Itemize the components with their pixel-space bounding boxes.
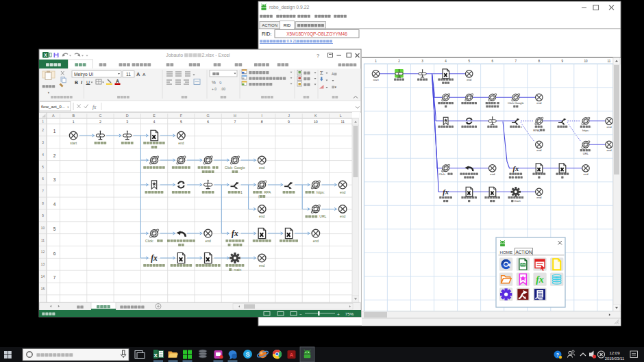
svg-text:end: end xyxy=(536,196,542,199)
svg-text:75%: 75% xyxy=(345,311,354,316)
svg-text:11: 11 xyxy=(340,120,344,124)
svg-text:RID:: RID: xyxy=(262,31,271,37)
svg-text:7: 7 xyxy=(234,120,236,124)
svg-text:3: 3 xyxy=(53,177,56,182)
svg-text:10: 10 xyxy=(41,227,45,230)
svg-text:A: A xyxy=(290,352,294,358)
svg-text:fx: fx xyxy=(92,104,97,110)
svg-text:2: 2 xyxy=(53,153,56,158)
svg-text:12: 12 xyxy=(41,250,45,254)
svg-text:E: E xyxy=(153,114,156,118)
svg-text:end: end xyxy=(607,148,612,152)
svg-text:?: ? xyxy=(556,352,559,357)
svg-text::: : xyxy=(591,125,591,129)
svg-text:5: 5 xyxy=(42,166,44,169)
svg-text::0.9.21: :0.9.21 xyxy=(286,39,297,43)
svg-text:A: A xyxy=(52,114,55,118)
svg-text::: : xyxy=(210,166,211,170)
svg-text:https:: https: xyxy=(582,129,589,132)
svg-text:14: 14 xyxy=(41,275,45,279)
svg-text:flow_act_0...: flow_act_0... xyxy=(41,104,65,109)
svg-text:robo_design 0.9.22: robo_design 0.9.22 xyxy=(269,5,309,10)
svg-text:?: ? xyxy=(317,53,319,59)
svg-text:7: 7 xyxy=(53,275,56,280)
svg-text:end: end xyxy=(340,214,346,218)
svg-text:+: + xyxy=(337,312,340,317)
svg-text:end: end xyxy=(259,166,265,170)
svg-text:4: 4 xyxy=(445,60,447,63)
svg-text:.00: .00 xyxy=(221,87,225,91)
svg-text:6: 6 xyxy=(42,177,44,181)
svg-text:12:09: 12:09 xyxy=(609,351,620,355)
svg-text:10: 10 xyxy=(584,60,588,63)
svg-text:X5M18DY0QP-O8LZGYYM46: X5M18DY0QP-O8LZGYYM46 xyxy=(286,31,347,37)
svg-text:A: A xyxy=(143,72,146,77)
svg-text:RID: RID xyxy=(284,23,291,27)
svg-text:start: start xyxy=(373,78,379,81)
svg-text:8: 8 xyxy=(42,202,44,205)
svg-text:4: 4 xyxy=(153,120,156,124)
svg-text:J: J xyxy=(288,114,290,118)
svg-text:5: 5 xyxy=(53,227,56,231)
svg-text:13: 13 xyxy=(41,263,45,266)
svg-text:end: end xyxy=(313,239,319,243)
svg-text:%: % xyxy=(212,80,216,85)
svg-text:L: L xyxy=(340,114,342,118)
svg-text:4: 4 xyxy=(53,202,56,207)
svg-text:D: D xyxy=(126,114,129,118)
svg-text::: : xyxy=(543,125,543,129)
svg-text::: : xyxy=(514,176,515,179)
svg-text:B: B xyxy=(75,80,78,85)
svg-text:K: K xyxy=(314,114,317,118)
svg-text:+.0: +.0 xyxy=(212,87,216,91)
svg-text:7: 7 xyxy=(42,190,44,193)
svg-text:11: 11 xyxy=(41,239,45,242)
svg-text:A: A xyxy=(136,71,140,77)
svg-text:: RPA: : RPA xyxy=(262,190,271,194)
svg-text:2: 2 xyxy=(398,60,400,63)
svg-text:end: end xyxy=(259,214,265,218)
svg-text:9: 9 xyxy=(288,120,290,124)
svg-text:8: 8 xyxy=(261,120,263,124)
svg-text:4: 4 xyxy=(42,153,44,157)
svg-text:Click:: Click: xyxy=(438,172,445,176)
svg-text:end: end xyxy=(178,141,184,145)
svg-text:G: G xyxy=(206,114,209,118)
svg-text:X: X xyxy=(44,53,47,57)
svg-text:RPA(: RPA( xyxy=(533,129,540,132)
svg-text:6: 6 xyxy=(207,120,209,124)
svg-text:9: 9 xyxy=(42,214,44,218)
svg-text:end: end xyxy=(607,125,612,129)
svg-text:URL: URL xyxy=(583,152,589,155)
svg-text:Σ: Σ xyxy=(320,70,323,76)
svg-text:end: end xyxy=(340,190,346,194)
svg-text:15: 15 xyxy=(41,287,45,291)
svg-text:: https:: : https: xyxy=(314,190,325,194)
svg-text:2: 2 xyxy=(99,120,101,124)
svg-text:2.xlsx - Excel: 2.xlsx - Excel xyxy=(201,53,230,57)
svg-text:xlsx: xlsx xyxy=(521,263,525,266)
svg-text:fx: fx xyxy=(536,274,544,285)
svg-text:end: end xyxy=(536,101,542,105)
svg-text:B: B xyxy=(72,114,75,118)
svg-text:1: 1 xyxy=(240,190,243,194)
svg-text:Click:Google: Click:Google xyxy=(508,101,524,105)
svg-text:start: start xyxy=(70,141,77,145)
svg-text:3: 3 xyxy=(421,60,423,63)
svg-text:2019/03/11: 2019/03/11 xyxy=(605,357,625,361)
svg-text:end: end xyxy=(490,172,495,176)
svg-text:1: 1 xyxy=(73,120,75,124)
svg-text:S: S xyxy=(246,351,250,358)
svg-text:1: 1 xyxy=(53,129,56,133)
svg-text:end: end xyxy=(584,172,589,176)
svg-text:: URL: : URL xyxy=(318,214,327,218)
svg-text:6: 6 xyxy=(53,251,56,256)
svg-text:A: A xyxy=(116,79,119,83)
svg-text:end: end xyxy=(259,263,265,268)
svg-text:5: 5 xyxy=(468,60,470,63)
svg-text:6: 6 xyxy=(492,60,494,63)
svg-text::: : xyxy=(231,243,232,247)
svg-text:HOME: HOME xyxy=(500,250,513,255)
svg-text:Click:: Click: xyxy=(145,239,153,243)
svg-text:11: 11 xyxy=(126,72,131,77)
